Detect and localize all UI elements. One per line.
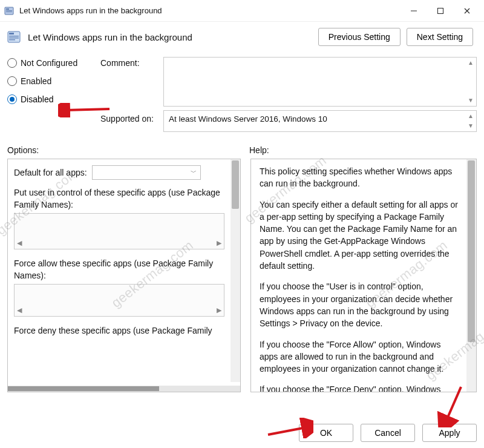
- comment-scroll[interactable]: ▲ ▼: [465, 58, 476, 106]
- policy-title: Let Windows apps run in the background: [28, 32, 192, 42]
- listbox-hscroll[interactable]: ◀▶: [15, 239, 224, 249]
- supported-scroll[interactable]: ▲ ▼: [465, 111, 476, 131]
- close-icon: [463, 7, 471, 15]
- svg-rect-6: [9, 33, 14, 35]
- supported-on-value-box: At least Windows Server 2016, Windows 10…: [163, 110, 477, 132]
- radio-label: Enabled: [21, 76, 51, 86]
- scroll-right-icon: ▶: [217, 306, 221, 316]
- svg-rect-1: [6, 8, 9, 10]
- default-for-all-apps-row: Default for all apps: ﹀: [14, 165, 224, 180]
- scroll-right-icon: ▶: [217, 239, 221, 249]
- listbox-hscroll[interactable]: ◀▶: [15, 306, 224, 316]
- put-user-in-control-label: Put user in control of these specific ap…: [14, 187, 224, 211]
- help-paragraph: You can specify either a default setting…: [260, 199, 458, 272]
- svg-rect-4: [438, 8, 443, 13]
- scroll-thumb[interactable]: [8, 386, 159, 391]
- close-button[interactable]: [454, 1, 480, 21]
- scroll-up-icon: ▲: [465, 112, 476, 120]
- policy-icon: [6, 29, 22, 45]
- help-label: Help:: [249, 145, 269, 155]
- radio-not-configured[interactable]: Not Configured: [7, 58, 98, 68]
- header-row: Let Windows apps run in the background P…: [0, 22, 484, 46]
- button-bar: OK Cancel Apply: [299, 424, 477, 442]
- comment-label: Comment:: [100, 57, 161, 68]
- svg-rect-2: [6, 10, 12, 11]
- supported-on-text: At least Windows Server 2016, Windows 10: [169, 114, 327, 124]
- default-for-all-apps-dropdown[interactable]: ﹀: [92, 165, 201, 180]
- titlebar: Let Windows apps run in the background: [0, 0, 484, 22]
- radio-enabled[interactable]: Enabled: [7, 76, 98, 86]
- help-paragraph: This policy setting specifies whether Wi…: [260, 165, 458, 190]
- force-allow-listbox[interactable]: ◀▶: [14, 284, 224, 317]
- cancel-button[interactable]: Cancel: [361, 424, 415, 442]
- previous-setting-button[interactable]: Previous Setting: [318, 28, 401, 46]
- minimize-button[interactable]: [401, 1, 427, 21]
- window-controls: [401, 1, 480, 21]
- options-vscroll[interactable]: [231, 159, 240, 382]
- upper-config: Not Configured Enabled Disabled Comment:…: [0, 46, 484, 134]
- ok-button[interactable]: OK: [299, 424, 353, 442]
- radio-label: Disabled: [21, 94, 53, 104]
- policy-window-icon: [4, 5, 15, 16]
- svg-rect-9: [9, 39, 15, 40]
- scroll-down-icon: ▼: [465, 122, 476, 130]
- help-paragraph: If you choose the "Force Allow" option, …: [260, 338, 458, 375]
- options-inner: Default for all apps: ﹀ Put user in cont…: [8, 159, 231, 382]
- maximize-icon: [437, 7, 444, 15]
- next-setting-button[interactable]: Next Setting: [407, 28, 473, 46]
- window-title: Let Windows apps run in the background: [19, 6, 162, 15]
- force-deny-label: Force deny these specific apps (use Pack…: [14, 325, 224, 337]
- scroll-thumb[interactable]: [468, 160, 475, 342]
- force-allow-label: Force allow these specific apps (use Pac…: [14, 258, 224, 282]
- minimize-icon: [410, 7, 417, 15]
- svg-rect-3: [6, 12, 12, 12]
- scroll-down-icon: ▼: [465, 96, 476, 105]
- scroll-left-icon: ◀: [17, 306, 22, 316]
- scroll-left-icon: ◀: [17, 239, 22, 249]
- radio-icon: [7, 58, 17, 68]
- radio-group: Not Configured Enabled Disabled: [7, 57, 98, 104]
- help-vscroll[interactable]: [466, 159, 476, 392]
- options-label: Options:: [7, 145, 249, 155]
- default-for-all-apps-label: Default for all apps:: [14, 168, 87, 177]
- nav-buttons: Previous Setting Next Setting: [318, 28, 477, 46]
- help-paragraph: If you choose the "Force Deny" option, W…: [260, 383, 458, 392]
- help-text: This policy setting specifies whether Wi…: [251, 159, 466, 392]
- radio-icon: [7, 94, 17, 104]
- maximize-button[interactable]: [427, 1, 454, 21]
- scroll-thumb[interactable]: [232, 160, 239, 209]
- help-paragraph: If you choose the "User is in control" o…: [260, 280, 458, 329]
- apply-button[interactable]: Apply: [422, 424, 477, 442]
- chevron-down-icon: ﹀: [191, 168, 197, 177]
- supported-on-label: Supported on:: [100, 110, 161, 124]
- put-user-in-control-listbox[interactable]: ◀▶: [14, 213, 224, 249]
- lower-panes: Default for all apps: ﹀ Put user in cont…: [0, 159, 484, 392]
- options-pane: Default for all apps: ﹀ Put user in cont…: [7, 159, 241, 392]
- radio-icon: [7, 76, 17, 86]
- options-hscroll[interactable]: [8, 386, 240, 392]
- comment-textarea[interactable]: ▲ ▼: [163, 57, 477, 107]
- radio-label: Not Configured: [21, 58, 77, 68]
- help-pane: This policy setting specifies whether Wi…: [250, 159, 477, 392]
- svg-rect-8: [9, 38, 19, 38]
- scroll-up-icon: ▲: [465, 59, 476, 67]
- radio-disabled[interactable]: Disabled: [7, 94, 98, 104]
- labels-row: Options: Help:: [0, 134, 484, 159]
- svg-rect-7: [9, 36, 19, 36]
